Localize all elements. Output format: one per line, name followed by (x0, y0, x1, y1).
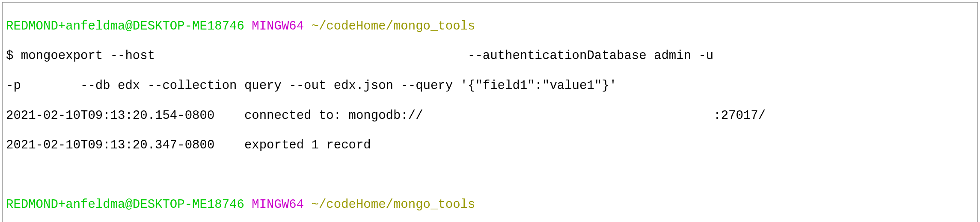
terminal-window[interactable]: REDMOND+anfeldma@DESKTOP-ME18746 MINGW64… (2, 2, 978, 222)
shell-env: MINGW64 (252, 19, 304, 33)
blank-line (6, 168, 974, 183)
output-line: 2021-02-10T09:13:20.347-0800 exported 1 … (6, 138, 974, 153)
output-line: 2021-02-10T09:13:20.154-0800 connected t… (6, 109, 974, 124)
user-host: REDMOND+anfeldma@DESKTOP-ME18746 (6, 198, 244, 212)
user-host: REDMOND+anfeldma@DESKTOP-ME18746 (6, 19, 244, 33)
shell-env: MINGW64 (252, 198, 304, 212)
prompt-line: REDMOND+anfeldma@DESKTOP-ME18746 MINGW64… (6, 19, 974, 34)
prompt-line: REDMOND+anfeldma@DESKTOP-ME18746 MINGW64… (6, 198, 974, 213)
command-line: -p --db edx --collection query --out edx… (6, 79, 974, 94)
command-line: $ mongoexport --host --authenticationDat… (6, 49, 974, 64)
cwd-path: ~/codeHome/mongo_tools (312, 198, 475, 212)
cwd-path: ~/codeHome/mongo_tools (312, 19, 475, 33)
